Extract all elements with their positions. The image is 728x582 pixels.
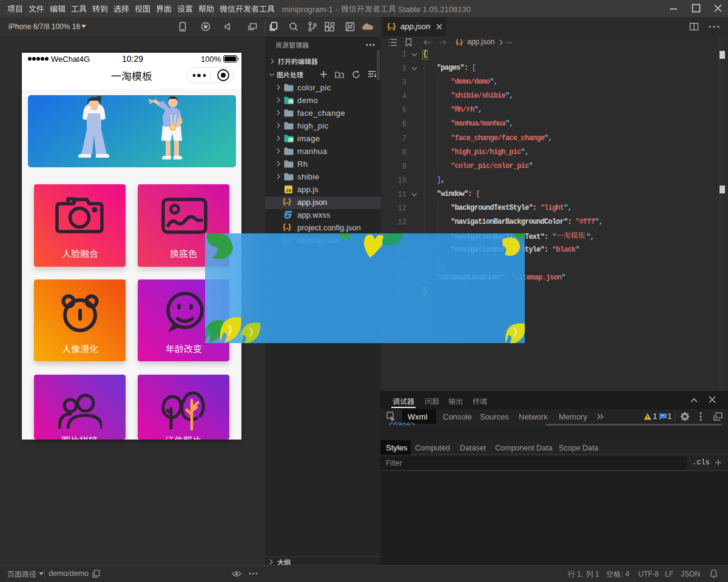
svg-text:JS: JS bbox=[286, 188, 292, 193]
